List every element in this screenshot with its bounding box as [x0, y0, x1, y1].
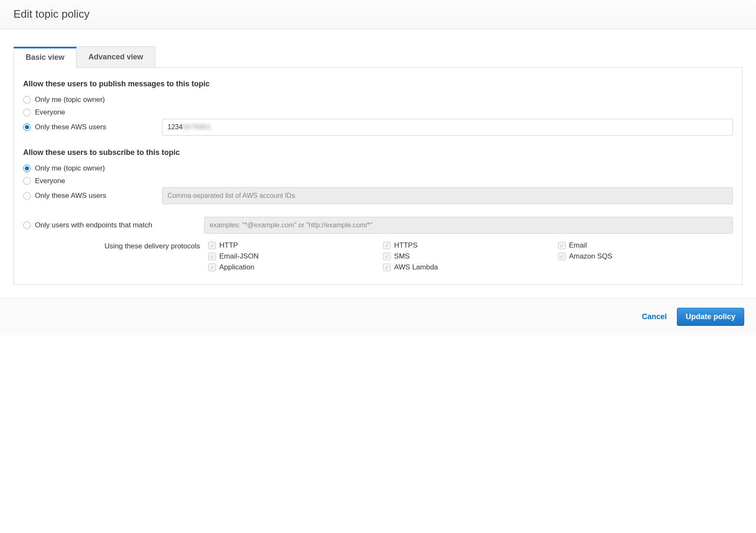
- publish-radio-aws-users[interactable]: [23, 123, 31, 131]
- tab-content-basic: Allow these users to publish messages to…: [13, 68, 743, 285]
- checkbox-label-email: Email: [569, 241, 587, 250]
- protocol-https: ✓ HTTPS: [383, 241, 558, 250]
- checkbox-sms[interactable]: ✓: [383, 253, 391, 260]
- protocols-row: Using these delivery protocols ✓ HTTP ✓ …: [23, 241, 733, 272]
- checkbox-application[interactable]: ✓: [208, 264, 216, 271]
- protocols-label: Using these delivery protocols: [23, 241, 208, 251]
- checkbox-label-lambda: AWS Lambda: [394, 263, 438, 272]
- subscribe-radio-everyone[interactable]: [23, 177, 31, 185]
- subscribe-radio-endpoints[interactable]: [23, 221, 31, 229]
- checkbox-label-sms: SMS: [394, 252, 410, 261]
- protocol-http: ✓ HTTP: [208, 241, 383, 250]
- protocol-sms: ✓ SMS: [383, 252, 558, 261]
- publish-label-everyone: Everyone: [35, 108, 65, 117]
- modal-title: Edit topic policy: [13, 8, 743, 21]
- modal-footer: Cancel Update policy: [0, 298, 756, 335]
- protocol-email-json: ✓ Email-JSON: [208, 252, 383, 261]
- subscribe-option-only-me-row: Only me (topic owner): [23, 162, 733, 175]
- cancel-button[interactable]: Cancel: [642, 312, 667, 321]
- publish-option-aws-users-row: Only these AWS users 12345678901: [23, 119, 733, 136]
- checkbox-email-json[interactable]: ✓: [208, 253, 216, 260]
- modal-header: Edit topic policy: [0, 0, 756, 29]
- checkbox-lambda[interactable]: ✓: [383, 264, 391, 271]
- publish-aws-users-value-prefix: 1234: [168, 123, 183, 131]
- checkbox-label-sqs: Amazon SQS: [569, 252, 612, 261]
- subscribe-option-everyone-row: Everyone: [23, 175, 733, 187]
- edit-topic-policy-modal: Edit topic policy Basic view Advanced vi…: [0, 0, 756, 335]
- subscribe-label-only-me: Only me (topic owner): [35, 164, 105, 173]
- checkbox-label-application: Application: [219, 263, 254, 272]
- subscribe-radio-aws-users[interactable]: [23, 192, 31, 200]
- subscribe-radio-only-me[interactable]: [23, 165, 31, 172]
- subscribe-endpoints-input[interactable]: [204, 217, 733, 234]
- protocol-lambda: ✓ AWS Lambda: [383, 263, 558, 272]
- protocol-application: ✓ Application: [208, 263, 383, 272]
- checkbox-email[interactable]: ✓: [558, 242, 566, 249]
- publish-radio-only-me[interactable]: [23, 96, 31, 104]
- protocol-sqs: ✓ Amazon SQS: [558, 252, 733, 261]
- checkbox-http[interactable]: ✓: [208, 242, 216, 249]
- checkbox-sqs[interactable]: ✓: [558, 253, 566, 260]
- publish-label-only-me: Only me (topic owner): [35, 96, 105, 104]
- checkbox-label-http: HTTP: [219, 241, 238, 250]
- publish-radio-everyone[interactable]: [23, 109, 31, 116]
- publish-aws-users-input[interactable]: 12345678901: [162, 119, 733, 136]
- protocol-email: ✓ Email: [558, 241, 733, 250]
- publish-option-everyone-row: Everyone: [23, 106, 733, 119]
- publish-label-aws-users: Only these AWS users: [35, 123, 106, 131]
- subscribe-label-everyone: Everyone: [35, 177, 65, 185]
- publish-heading: Allow these users to publish messages to…: [23, 80, 733, 88]
- subscribe-heading: Allow these users to subscribe to this t…: [23, 148, 733, 157]
- tabs: Basic view Advanced view: [13, 46, 743, 68]
- tab-advanced-view[interactable]: Advanced view: [77, 46, 155, 67]
- update-policy-button[interactable]: Update policy: [677, 308, 744, 326]
- checkbox-label-email-json: Email-JSON: [219, 252, 259, 261]
- subscribe-aws-users-input[interactable]: [162, 187, 733, 204]
- publish-aws-users-value-blurred: 5678901: [183, 123, 212, 131]
- subscribe-option-endpoints-row: Only users with endpoints that match: [23, 217, 733, 234]
- modal-body: Basic view Advanced view Allow these use…: [0, 29, 756, 298]
- subscribe-label-endpoints: Only users with endpoints that match: [35, 221, 152, 229]
- subscribe-label-aws-users: Only these AWS users: [35, 192, 106, 200]
- tab-basic-view[interactable]: Basic view: [13, 47, 77, 68]
- checkbox-label-https: HTTPS: [394, 241, 418, 250]
- publish-option-only-me-row: Only me (topic owner): [23, 93, 733, 106]
- protocols-grid: ✓ HTTP ✓ HTTPS ✓ Email ✓ Email-JSON: [208, 241, 733, 272]
- checkbox-https[interactable]: ✓: [383, 242, 391, 249]
- subscribe-option-aws-users-row: Only these AWS users: [23, 187, 733, 204]
